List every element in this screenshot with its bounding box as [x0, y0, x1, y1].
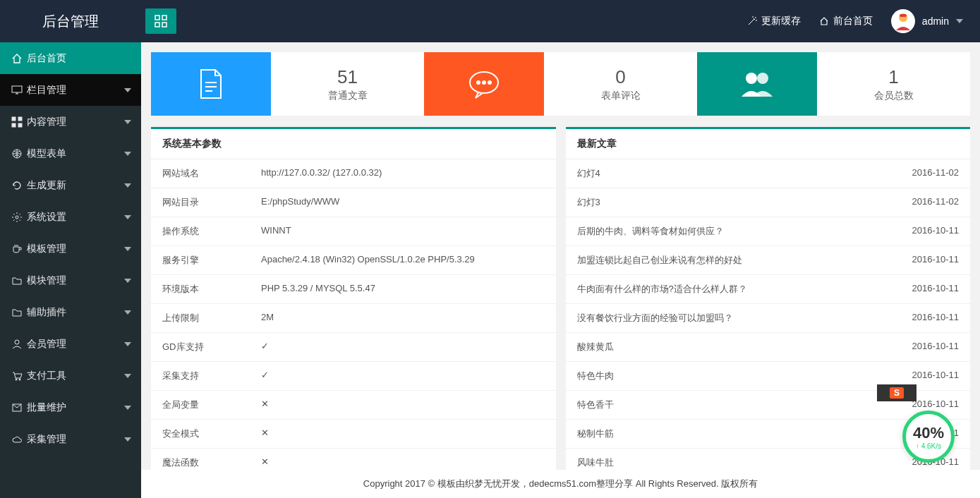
nav-item-11[interactable]: 批量维护: [0, 391, 141, 423]
nav-item-8[interactable]: 辅助插件: [0, 296, 141, 328]
param-key: GD库支持: [151, 333, 250, 361]
stat-card-0[interactable]: 51普通文章: [151, 52, 424, 116]
stat-number: 1: [888, 66, 898, 88]
chevron-down-icon: [124, 310, 131, 315]
panel-header: 最新文章: [566, 129, 971, 159]
article-row[interactable]: 幻灯42016-11-02: [566, 159, 971, 188]
article-row[interactable]: 牛肉面有什么样的市场?适合什么样人群？2016-10-11: [566, 275, 971, 304]
param-value: http://127.0.0.32/ (127.0.0.32): [250, 159, 393, 188]
article-date: 2016-10-11: [912, 399, 960, 411]
svg-rect-0: [155, 16, 159, 20]
article-title: 幻灯3: [577, 196, 600, 209]
param-key: 全局变量: [151, 391, 250, 419]
panels: 系统基本参数 网站域名http://127.0.0.32/ (127.0.0.3…: [151, 127, 970, 470]
svg-rect-1: [162, 16, 167, 20]
nav-label: 采集管理: [27, 433, 66, 446]
monitor-icon: [11, 85, 27, 96]
nav-label: 支付工具: [27, 370, 66, 382]
nav-item-1[interactable]: 栏目管理: [0, 74, 141, 106]
nav-label: 生成更新: [27, 179, 66, 192]
nav-item-7[interactable]: 模块管理: [0, 265, 141, 296]
nav-item-2[interactable]: 内容管理: [0, 106, 141, 138]
svg-point-15: [19, 379, 20, 380]
param-row: 环境版本PHP 5.3.29 / MYSQL 5.5.47: [151, 275, 556, 304]
front-home-link[interactable]: 前台首页: [819, 15, 873, 28]
svg-point-13: [15, 340, 19, 344]
svg-rect-3: [162, 23, 167, 27]
svg-point-19: [483, 81, 485, 84]
update-cache-link[interactable]: 更新缓存: [747, 15, 801, 28]
article-row[interactable]: 后期的牛肉、调料等食材如何供应？2016-10-11: [566, 217, 971, 246]
home-icon: [11, 53, 27, 64]
chevron-down-icon: [124, 406, 131, 410]
stat-label: 会员总数: [874, 90, 914, 102]
article-title: 幻灯4: [577, 167, 600, 180]
nav-item-3[interactable]: 模型表单: [0, 138, 141, 169]
topbar-right: 更新缓存 前台首页 admin: [747, 9, 980, 33]
nav-item-12[interactable]: 采集管理: [0, 423, 141, 455]
nav-label: 会员管理: [27, 338, 66, 351]
home-icon: [819, 16, 829, 26]
param-key: 环境版本: [151, 275, 250, 303]
nav-label: 模型表单: [27, 147, 66, 160]
grid-toggle-button[interactable]: [145, 8, 176, 34]
update-cache-label: 更新缓存: [761, 15, 801, 28]
mail-icon: [11, 402, 27, 413]
stat-card-2[interactable]: 1会员总数: [697, 52, 970, 116]
article-row[interactable]: 没有餐饮行业方面的经验可以加盟吗？2016-10-11: [566, 304, 971, 333]
user-menu[interactable]: admin: [891, 9, 963, 33]
chevron-down-icon: [124, 342, 131, 346]
nav-label: 内容管理: [27, 116, 66, 128]
footer: Copyright 2017 © 模板由织梦无忧开发，dedecms51.com…: [141, 470, 980, 498]
article-title: 风味牛肚: [577, 456, 614, 469]
ime-indicator[interactable]: S: [877, 384, 917, 401]
article-title: 酸辣黄瓜: [577, 341, 614, 353]
chevron-down-icon: [124, 183, 131, 188]
globe-icon: [11, 148, 27, 159]
cup-icon: [11, 243, 27, 255]
sidebar: 后台首页栏目管理内容管理模型表单生成更新系统设置模板管理模块管理辅助插件会员管理…: [0, 42, 141, 498]
stat-card-1[interactable]: 0表单评论: [424, 52, 697, 116]
param-value: WINNT: [250, 217, 303, 245]
main-content: 51普通文章0表单评论1会员总数 系统基本参数 网站域名http://127.0…: [141, 42, 980, 470]
param-key: 服务引擎: [151, 246, 250, 274]
chevron-down-icon: [124, 437, 131, 442]
article-row[interactable]: 幻灯32016-11-02: [566, 188, 971, 217]
chevron-down-icon: [124, 279, 131, 283]
article-date: 2016-10-11: [912, 312, 960, 324]
nav-item-9[interactable]: 会员管理: [0, 328, 141, 360]
topbar: 后台管理 更新缓存 前台首页 admin: [0, 0, 980, 42]
nav-label: 批量维护: [27, 401, 66, 414]
param-row: 魔法函数✕: [151, 449, 556, 470]
speed-widget[interactable]: 40% ↑ 4.6K/s: [902, 411, 955, 463]
nav-label: 系统设置: [27, 211, 66, 224]
nav-item-5[interactable]: 系统设置: [0, 201, 141, 233]
front-home-label: 前台首页: [833, 15, 873, 28]
nav-item-0[interactable]: 后台首页: [0, 42, 141, 74]
article-row[interactable]: 加盟连锁比起自己创业来说有怎样的好处2016-10-11: [566, 246, 971, 275]
param-value: PHP 5.3.29 / MYSQL 5.5.47: [250, 275, 387, 303]
param-row: 安全模式✕: [151, 420, 556, 449]
param-value: ✕: [250, 420, 280, 448]
svg-rect-5: [900, 14, 907, 17]
param-value: ✕: [250, 391, 280, 419]
stat-label: 表单评论: [601, 90, 641, 102]
refresh-icon: [11, 180, 27, 191]
nav-label: 后台首页: [27, 52, 66, 65]
chevron-down-icon: [124, 152, 131, 156]
nav-item-10[interactable]: 支付工具: [0, 360, 141, 391]
svg-point-20: [488, 81, 491, 84]
nav-item-6[interactable]: 模板管理: [0, 233, 141, 265]
nav-item-4[interactable]: 生成更新: [0, 169, 141, 201]
article-title: 没有餐饮行业方面的经验可以加盟吗？: [577, 312, 733, 324]
param-key: 魔法函数: [151, 449, 250, 470]
param-value: ✕: [250, 449, 280, 470]
param-row: 服务引擎Apache/2.4.18 (Win32) OpenSSL/1.0.2e…: [151, 246, 556, 275]
gear-icon: [11, 212, 27, 223]
param-key: 采集支持: [151, 362, 250, 390]
svg-point-12: [16, 216, 18, 219]
svg-point-22: [757, 73, 768, 84]
param-value: Apache/2.4.18 (Win32) OpenSSL/1.0.2e PHP…: [250, 246, 486, 274]
param-value: 2M: [250, 304, 285, 332]
article-row[interactable]: 酸辣黄瓜2016-10-11: [566, 333, 971, 362]
